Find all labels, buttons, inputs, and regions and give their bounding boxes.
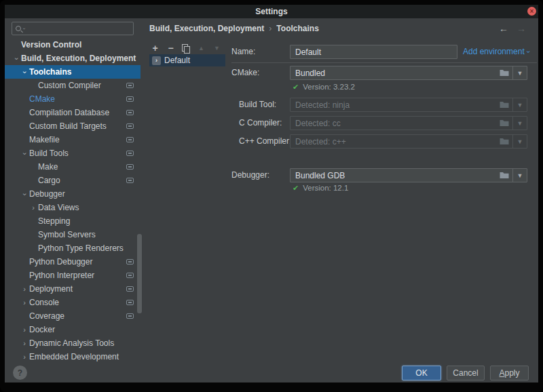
chevron-right-icon[interactable]: › bbox=[29, 204, 37, 212]
chevron-down-icon[interactable]: ▼ bbox=[512, 169, 527, 182]
remove-toolchain-button[interactable]: − bbox=[166, 43, 175, 53]
forward-arrow-icon: → bbox=[517, 23, 526, 34]
settings-search-field[interactable]: › bbox=[12, 22, 134, 35]
screen-icon bbox=[126, 110, 134, 115]
chevron-right-icon[interactable]: › bbox=[20, 299, 29, 307]
search-icon bbox=[16, 26, 21, 31]
sidebar-item-python-type-renderers[interactable]: Python Type Renderers bbox=[5, 241, 141, 255]
back-arrow-icon[interactable]: ← bbox=[499, 23, 508, 34]
sidebar-item-dynamic-analysis-tools[interactable]: › Dynamic Analysis Tools bbox=[5, 336, 141, 350]
add-toolchain-button[interactable]: + bbox=[151, 43, 160, 53]
sidebar-item-custom-compiler[interactable]: Custom Compiler bbox=[5, 79, 141, 92]
screen-icon bbox=[126, 96, 134, 102]
chevron-right-icon[interactable]: › bbox=[20, 340, 29, 347]
sidebar-item-cargo[interactable]: Cargo bbox=[5, 174, 141, 187]
sidebar-scrollbar[interactable] bbox=[137, 234, 142, 313]
build-tool-combobox: Detected: ninja ▼ bbox=[290, 98, 527, 112]
sidebar-item-console[interactable]: › Console bbox=[5, 296, 141, 309]
search-input[interactable] bbox=[24, 23, 133, 34]
check-icon: ✔ bbox=[293, 83, 299, 91]
close-icon: × bbox=[530, 8, 534, 15]
sidebar-item-build-tools[interactable]: › Build Tools bbox=[5, 146, 141, 160]
debugger-label: Debugger: bbox=[231, 170, 269, 180]
build-tool-label: Build Tool: bbox=[239, 100, 276, 109]
c-compiler-label: C Compiler: bbox=[239, 118, 282, 128]
breadcrumb-item-parent[interactable]: Build, Execution, Deployment bbox=[149, 24, 264, 33]
sidebar-item-make[interactable]: Make bbox=[5, 160, 141, 174]
cpp-compiler-combobox: Detected: c++ ▼ bbox=[290, 134, 527, 149]
chevron-down-icon[interactable]: › bbox=[13, 54, 20, 62]
sidebar-item-docker[interactable]: › Docker bbox=[5, 323, 141, 336]
chevron-down-icon[interactable]: › bbox=[21, 190, 29, 198]
folder-browse-icon bbox=[496, 119, 512, 127]
sidebar-item-makefile[interactable]: Makefile bbox=[5, 133, 141, 146]
chevron-down-icon[interactable]: › bbox=[21, 68, 29, 76]
move-up-button: ▲ bbox=[197, 43, 206, 53]
sidebar-item-deployment[interactable]: › Deployment bbox=[5, 282, 141, 296]
folder-browse-icon[interactable] bbox=[496, 69, 512, 77]
chevron-down-icon: ▼ bbox=[512, 98, 527, 111]
sidebar-item-stepping[interactable]: Stepping bbox=[5, 214, 141, 228]
check-icon: ✔ bbox=[293, 184, 299, 192]
copy-toolchain-button[interactable] bbox=[182, 44, 190, 53]
chevron-right-icon[interactable]: › bbox=[20, 286, 29, 293]
chevron-down-icon[interactable]: ▼ bbox=[512, 66, 527, 79]
breadcrumb-separator: › bbox=[269, 24, 272, 33]
screen-icon bbox=[126, 313, 134, 319]
move-down-button: ▼ bbox=[212, 43, 221, 53]
form-divider bbox=[231, 62, 537, 63]
history-navigation: ← → bbox=[499, 22, 526, 35]
screen-icon bbox=[126, 286, 134, 292]
cmake-label: CMake: bbox=[231, 68, 259, 77]
cmake-combobox[interactable]: Bundled ▼ bbox=[290, 66, 527, 80]
help-button[interactable]: ? bbox=[13, 366, 27, 380]
sidebar-item-embedded-development[interactable]: › Embedded Development bbox=[5, 350, 141, 364]
chevron-right-icon[interactable]: › bbox=[20, 326, 29, 334]
chevron-down-icon: ▼ bbox=[512, 135, 527, 148]
add-environment-link[interactable]: Add environment › bbox=[463, 47, 529, 56]
breadcrumb: Build, Execution, Deployment › Toolchain… bbox=[149, 22, 319, 35]
sidebar-item-custom-build-targets[interactable]: Custom Build Targets bbox=[5, 119, 141, 133]
sidebar-item-cmake[interactable]: CMake bbox=[5, 92, 141, 106]
settings-tree: Version Control › Build, Execution, Depl… bbox=[5, 38, 141, 364]
search-history-chevron-icon[interactable]: › bbox=[22, 28, 26, 29]
apply-button[interactable]: Apply bbox=[490, 366, 529, 380]
cpp-compiler-label: C++ Compiler: bbox=[239, 136, 291, 146]
screen-icon bbox=[126, 300, 134, 305]
sidebar-item-coverage[interactable]: Coverage bbox=[5, 309, 141, 323]
sidebar-item-compilation-database[interactable]: Compilation Database bbox=[5, 106, 141, 119]
sidebar-item-build-execution-deployment[interactable]: › Build, Execution, Deployment bbox=[5, 52, 141, 65]
c-compiler-combobox: Detected: cc ▼ bbox=[290, 116, 527, 130]
sidebar-item-python-interpreter[interactable]: Python Interpreter bbox=[5, 269, 141, 282]
sidebar-item-toolchains[interactable]: › Toolchains bbox=[5, 65, 141, 79]
sidebar-item-data-views[interactable]: › Data Views bbox=[5, 201, 141, 214]
toolchain-list-toolbar: + − ▲ ▼ bbox=[151, 43, 229, 54]
screen-icon bbox=[126, 151, 134, 156]
debugger-version-status: ✔ Version: 12.1 bbox=[293, 184, 348, 192]
sidebar-item-symbol-servers[interactable]: Symbol Servers bbox=[5, 228, 141, 241]
chevron-right-icon[interactable]: › bbox=[20, 353, 29, 361]
screen-icon bbox=[126, 178, 134, 183]
window-title: Settings bbox=[255, 7, 287, 16]
cancel-button[interactable]: Cancel bbox=[447, 366, 485, 380]
toolchain-list-item-default[interactable]: › Default bbox=[149, 54, 225, 66]
chevron-down-icon: ▼ bbox=[512, 117, 527, 130]
close-button[interactable]: × bbox=[527, 7, 536, 16]
name-label: Name: bbox=[231, 47, 255, 56]
screen-icon bbox=[126, 273, 134, 278]
ok-button[interactable]: OK bbox=[402, 366, 441, 380]
toolchain-icon: › bbox=[152, 56, 161, 65]
debugger-combobox[interactable]: Bundled GDB ▼ bbox=[290, 168, 527, 182]
sidebar-item-debugger[interactable]: › Debugger bbox=[5, 187, 141, 201]
toolchain-name-input[interactable] bbox=[290, 45, 457, 59]
sidebar-item-python-debugger[interactable]: Python Debugger bbox=[5, 255, 141, 269]
screen-frame: Settings × › Build, Execution, Deploymen… bbox=[0, 0, 543, 392]
breadcrumb-item-current[interactable]: Toolchains bbox=[276, 24, 318, 33]
sidebar-item-version-control[interactable]: Version Control bbox=[5, 38, 141, 52]
folder-browse-icon bbox=[496, 101, 512, 109]
title-bar: Settings bbox=[5, 5, 538, 18]
folder-browse-icon[interactable] bbox=[496, 172, 512, 179]
chevron-down-icon[interactable]: › bbox=[21, 149, 29, 157]
cmake-version-status: ✔ Version: 3.23.2 bbox=[293, 83, 355, 91]
screen-icon bbox=[126, 259, 134, 264]
